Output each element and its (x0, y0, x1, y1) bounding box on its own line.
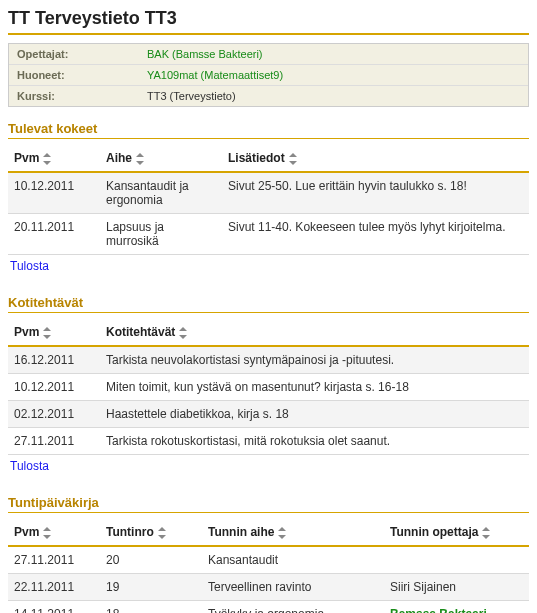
table-row: 10.12.2011Miten toimit, kun ystävä on ma… (8, 374, 529, 401)
homework-task: Tarkista neuvolakortistasi syntymäpainos… (100, 346, 529, 374)
diary-table: Pvm Tuntinro Tunnin aihe Tunnin opettaja… (8, 519, 529, 613)
diary-nro: 18 (100, 601, 202, 614)
diary-rule (8, 512, 529, 513)
diary-heading: Tuntipäiväkirja (8, 495, 529, 510)
svg-marker-11 (43, 535, 51, 539)
exams-table: Pvm Aihe Lisätiedot 10.12.2011Kansantaud… (8, 145, 529, 255)
table-row: 27.11.2011Tarkista rokotuskortistasi, mi… (8, 428, 529, 455)
course-info-box: Opettajat:BAK (Bamsse Bakteeri)Huoneet:Y… (8, 43, 529, 107)
info-value[interactable]: BAK (Bamsse Bakteeri) (147, 48, 520, 60)
table-row: 14.11.201118Työkyky ja ergonomiaBamsse B… (8, 601, 529, 614)
diary-aihe: Kansantaudit (202, 546, 384, 574)
info-row: Opettajat:BAK (Bamsse Bakteeri) (9, 44, 528, 65)
homework-heading: Kotitehtävät (8, 295, 529, 310)
svg-marker-16 (482, 527, 490, 531)
diary-header-nro[interactable]: Tuntinro (100, 519, 202, 546)
homework-pvm: 10.12.2011 (8, 374, 100, 401)
svg-marker-15 (278, 535, 286, 539)
svg-marker-8 (179, 327, 187, 331)
svg-marker-12 (158, 527, 166, 531)
sort-icon (43, 153, 51, 165)
exam-aihe: Lapsuus ja murrosikä (100, 214, 222, 255)
homework-header-task[interactable]: Kotitehtävät (100, 319, 529, 346)
diary-op: Siiri Sijainen (384, 574, 529, 601)
svg-marker-13 (158, 535, 166, 539)
diary-nro: 20 (100, 546, 202, 574)
svg-marker-5 (289, 161, 297, 165)
homework-task: Tarkista rokotuskortistasi, mitä rokotuk… (100, 428, 529, 455)
exams-heading: Tulevat kokeet (8, 121, 529, 136)
exams-header-aihe[interactable]: Aihe (100, 145, 222, 172)
table-row: 10.12.2011Kansantaudit ja ergonomiaSivut… (8, 172, 529, 214)
svg-marker-2 (136, 153, 144, 157)
table-row: 02.12.2011 Haastettele diabetikkoa, kirj… (8, 401, 529, 428)
diary-pvm: 14.11.2011 (8, 601, 100, 614)
exam-pvm: 10.12.2011 (8, 172, 100, 214)
svg-marker-1 (43, 161, 51, 165)
homework-table: Pvm Kotitehtävät 16.12.2011Tarkista neuv… (8, 319, 529, 455)
diary-header-aihe[interactable]: Tunnin aihe (202, 519, 384, 546)
exams-rule (8, 138, 529, 139)
exams-header-lisa[interactable]: Lisätiedot (222, 145, 529, 172)
svg-marker-6 (43, 327, 51, 331)
page-title: TT Terveystieto TT3 (8, 8, 529, 29)
diary-header-op[interactable]: Tunnin opettaja (384, 519, 529, 546)
table-row: 22.11.201119Terveellinen ravintoSiiri Si… (8, 574, 529, 601)
diary-aihe: Terveellinen ravinto (202, 574, 384, 601)
homework-rule (8, 312, 529, 313)
info-value[interactable]: YA109mat (Matemaattiset9) (147, 69, 520, 81)
diary-pvm: 22.11.2011 (8, 574, 100, 601)
homework-pvm: 16.12.2011 (8, 346, 100, 374)
svg-marker-4 (289, 153, 297, 157)
exams-body: 10.12.2011Kansantaudit ja ergonomiaSivut… (8, 172, 529, 255)
diary-nro: 19 (100, 574, 202, 601)
svg-marker-17 (482, 535, 490, 539)
sort-icon (43, 527, 51, 539)
sort-icon (158, 527, 166, 539)
sort-icon (278, 527, 286, 539)
info-row: Kurssi:TT3 (Terveystieto) (9, 86, 528, 106)
diary-body: 27.11.201120Kansantaudit22.11.201119Terv… (8, 546, 529, 613)
diary-header-pvm[interactable]: Pvm (8, 519, 100, 546)
sort-icon (289, 153, 297, 165)
svg-marker-0 (43, 153, 51, 157)
homework-task: Haastettele diabetikkoa, kirja s. 18 (100, 401, 529, 428)
diary-op (384, 546, 529, 574)
svg-marker-9 (179, 335, 187, 339)
homework-body: 16.12.2011Tarkista neuvolakortistasi syn… (8, 346, 529, 455)
svg-marker-3 (136, 161, 144, 165)
homework-header-pvm[interactable]: Pvm (8, 319, 100, 346)
exam-pvm: 20.11.2011 (8, 214, 100, 255)
homework-print-link[interactable]: Tulosta (10, 459, 49, 473)
sort-icon (482, 527, 490, 539)
diary-aihe: Työkyky ja ergonomia (202, 601, 384, 614)
svg-marker-7 (43, 335, 51, 339)
exams-print-link[interactable]: Tulosta (10, 259, 49, 273)
sort-icon (179, 327, 187, 339)
exam-aihe: Kansantaudit ja ergonomia (100, 172, 222, 214)
exams-header-pvm[interactable]: Pvm (8, 145, 100, 172)
svg-marker-14 (278, 527, 286, 531)
homework-pvm: 02.12.2011 (8, 401, 100, 428)
homework-pvm: 27.11.2011 (8, 428, 100, 455)
exam-lisa: Sivut 11-40. Kokeeseen tulee myös lyhyt … (222, 214, 529, 255)
svg-marker-10 (43, 527, 51, 531)
table-row: 27.11.201120Kansantaudit (8, 546, 529, 574)
table-row: 16.12.2011Tarkista neuvolakortistasi syn… (8, 346, 529, 374)
info-label: Huoneet: (17, 69, 147, 81)
info-label: Kurssi: (17, 90, 147, 102)
sort-icon (43, 327, 51, 339)
homework-task: Miten toimit, kun ystävä on masentunut? … (100, 374, 529, 401)
diary-op: Bamsse Bakteeri (384, 601, 529, 614)
diary-pvm: 27.11.2011 (8, 546, 100, 574)
title-rule (8, 33, 529, 35)
info-value: TT3 (Terveystieto) (147, 90, 520, 102)
info-label: Opettajat: (17, 48, 147, 60)
info-row: Huoneet:YA109mat (Matemaattiset9) (9, 65, 528, 86)
sort-icon (136, 153, 144, 165)
exam-lisa: Sivut 25-50. Lue erittäin hyvin taulukko… (222, 172, 529, 214)
teacher-link[interactable]: Bamsse Bakteeri (390, 607, 487, 613)
table-row: 20.11.2011Lapsuus ja murrosikäSivut 11-4… (8, 214, 529, 255)
